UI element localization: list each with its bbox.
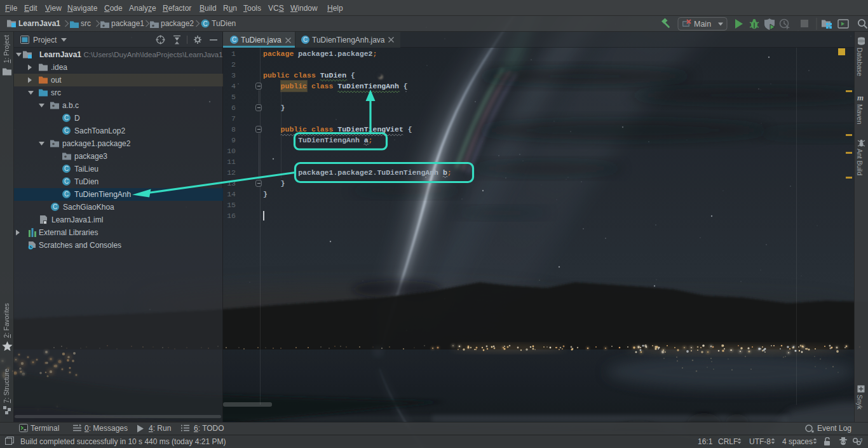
svg-text:?: ? [860, 437, 862, 444]
